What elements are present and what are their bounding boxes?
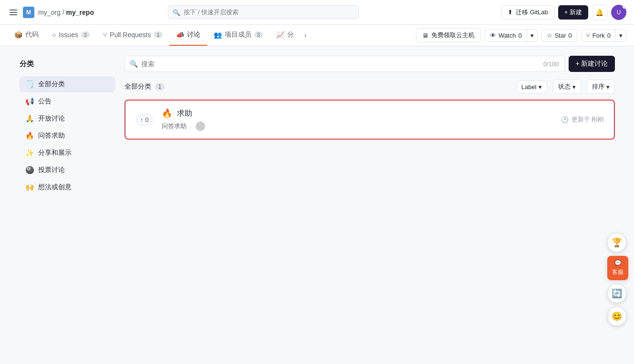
tab-discuss[interactable]: 📣 讨论 bbox=[169, 25, 207, 46]
migrate-label: 迁移 GitLab bbox=[516, 8, 548, 17]
migrate-icon: ⬆ bbox=[508, 9, 513, 16]
sidebar-item-idea[interactable]: 🙌 想法或创意 bbox=[20, 179, 115, 195]
sidebar-item-open[interactable]: 🙏 开放讨论 bbox=[20, 111, 115, 127]
notification-icon: 🔔 bbox=[595, 9, 603, 16]
discussion-main: 🔥 求助 问答求助 · bbox=[162, 108, 553, 131]
org-avatar[interactable]: M bbox=[23, 7, 34, 18]
discuss-emoji: 📣 bbox=[176, 31, 184, 39]
star-count: 0 bbox=[569, 32, 572, 39]
category-name: 全部分类 bbox=[125, 82, 151, 91]
hamburger-icon[interactable] bbox=[8, 8, 19, 17]
notification-button[interactable]: 🔔 bbox=[592, 5, 607, 20]
content-search-wrap: 🔍 0/100 bbox=[125, 56, 565, 72]
category-bar: 全部分类 1 Label ▾ 状态 ▾ 排序 ▾ bbox=[125, 80, 615, 94]
fork-dropdown[interactable]: ▾ bbox=[615, 30, 626, 41]
sidebar-item-help[interactable]: 🔥 问答求助 bbox=[20, 128, 115, 144]
new-button-label: + 新建 bbox=[564, 8, 582, 17]
label-filter-chevron: ▾ bbox=[539, 83, 542, 91]
search-count: 0/100 bbox=[543, 61, 565, 68]
watch-count: 0 bbox=[518, 32, 521, 39]
all-label: 全部分类 bbox=[38, 80, 65, 89]
sort-filter-chevron: ▾ bbox=[606, 83, 610, 91]
watch-button[interactable]: 👁 Watch 0 ▾ bbox=[485, 29, 538, 42]
sidebar-item-poll[interactable]: 🎱 投票讨论 bbox=[20, 162, 115, 178]
sidebar-item-all[interactable]: 🗒️ 全部分类 bbox=[20, 76, 115, 92]
free-host-button[interactable]: 🖥 免费领取云主机 bbox=[416, 28, 481, 42]
navbar-search-input[interactable] bbox=[168, 5, 359, 19]
navbar-search: 🔍 bbox=[168, 5, 359, 19]
category-bar-left: 全部分类 1 bbox=[125, 82, 165, 91]
discussion-item[interactable]: ↑ 0 🔥 求助 问答求助 · 🕐 bbox=[125, 100, 615, 140]
navbar-right: ⬆ 迁移 GitLab + 新建 🔔 U bbox=[501, 5, 626, 20]
user-avatar[interactable]: U bbox=[611, 5, 626, 20]
tab-more[interactable]: › bbox=[301, 26, 311, 45]
help-emoji: 🔥 bbox=[25, 131, 34, 140]
discussion-right: 🕐 更新于 刚刚 bbox=[561, 115, 604, 124]
content-search-icon: 🔍 bbox=[130, 60, 138, 68]
fork-count: 0 bbox=[607, 32, 611, 39]
star-icon: ☆ bbox=[547, 32, 552, 39]
fork-button[interactable]: ⑂ Fork 0 ▾ bbox=[581, 29, 626, 42]
tab-members[interactable]: 👥 项目成员 3 bbox=[207, 25, 270, 46]
migrate-button[interactable]: ⬆ 迁移 GitLab bbox=[501, 5, 554, 20]
status-filter-label: 状态 bbox=[558, 82, 571, 91]
watch-dropdown[interactable]: ▾ bbox=[527, 30, 537, 41]
stats-emoji: 📈 bbox=[276, 31, 284, 39]
breadcrumb-org[interactable]: my_org bbox=[38, 9, 61, 16]
label-filter-button[interactable]: Label ▾ bbox=[516, 81, 547, 93]
announcement-label: 公告 bbox=[38, 97, 52, 106]
subnav-left: 📦 代码 ○ Issues 2 ⑂ Pull Requests 1 📣 讨论 👥… bbox=[8, 25, 416, 46]
watch-icon: 👁 bbox=[490, 32, 496, 39]
subnav: 📦 代码 ○ Issues 2 ⑂ Pull Requests 1 📣 讨论 👥… bbox=[0, 25, 634, 46]
main-content: 🔍 0/100 + 新建讨论 全部分类 1 Label ▾ 状态 bbox=[125, 56, 615, 196]
vote-button[interactable]: ↑ 0 bbox=[136, 114, 153, 126]
discussion-title-row: 🔥 求助 bbox=[162, 108, 553, 119]
fork-icon: ⑂ bbox=[586, 32, 590, 39]
discussion-title: 求助 bbox=[177, 109, 192, 119]
free-host-label: 免费领取云主机 bbox=[431, 31, 475, 40]
tab-issues[interactable]: ○ Issues 2 bbox=[45, 25, 96, 45]
open-label: 开放讨论 bbox=[38, 114, 65, 123]
avatar-dot bbox=[623, 5, 626, 9]
pr-icon: ⑂ bbox=[103, 31, 107, 39]
status-filter-button[interactable]: 状态 ▾ bbox=[553, 80, 581, 94]
content-search-input[interactable] bbox=[125, 56, 543, 71]
code-emoji: 📦 bbox=[14, 31, 22, 39]
tab-code[interactable]: 📦 代码 bbox=[8, 25, 45, 46]
new-discussion-label: + 新建讨论 bbox=[575, 60, 608, 68]
category-count: 1 bbox=[155, 83, 165, 91]
watch-main[interactable]: 👁 Watch 0 bbox=[485, 30, 527, 41]
status-filter-chevron: ▾ bbox=[572, 83, 576, 91]
sidebar: 分类 🗒️ 全部分类 📢 公告 🙏 开放讨论 🔥 问答求助 ✨ 分享和展示 🎱 … bbox=[20, 56, 115, 196]
open-emoji: 🙏 bbox=[25, 114, 34, 123]
all-emoji: 🗒️ bbox=[25, 80, 34, 89]
sidebar-item-share[interactable]: ✨ 分享和展示 bbox=[20, 145, 115, 161]
fork-main[interactable]: ⑂ Fork 0 bbox=[582, 30, 615, 41]
help-label: 问答求助 bbox=[38, 131, 65, 140]
sidebar-item-announcement[interactable]: 📢 公告 bbox=[20, 93, 115, 110]
new-button[interactable]: + 新建 bbox=[558, 5, 588, 20]
members-badge: 3 bbox=[254, 31, 263, 38]
meta-dot: · bbox=[190, 123, 192, 130]
idea-emoji: 🙌 bbox=[25, 183, 34, 192]
poll-label: 投票讨论 bbox=[38, 166, 65, 174]
content-search-bar: 🔍 0/100 + 新建讨论 bbox=[125, 56, 615, 72]
pr-badge: 1 bbox=[154, 31, 162, 38]
discussion-list: ↑ 0 🔥 求助 问答求助 · 🕐 bbox=[125, 100, 615, 140]
poll-emoji: 🎱 bbox=[25, 166, 34, 174]
breadcrumb: my_org / my_repo bbox=[38, 9, 94, 16]
star-main[interactable]: ☆ Star 0 bbox=[542, 30, 577, 41]
watch-label: Watch bbox=[499, 32, 516, 39]
sort-filter-button[interactable]: 排序 ▾ bbox=[587, 80, 615, 94]
star-button[interactable]: ☆ Star 0 bbox=[541, 29, 577, 42]
new-discussion-button[interactable]: + 新建讨论 bbox=[569, 56, 614, 72]
share-emoji: ✨ bbox=[25, 149, 34, 157]
tab-stats[interactable]: 📈 分 bbox=[270, 25, 301, 46]
breadcrumb-repo[interactable]: my_repo bbox=[66, 9, 94, 16]
update-label: 更新于 刚刚 bbox=[572, 115, 604, 124]
vote-count: 0 bbox=[145, 116, 148, 123]
idea-label: 想法或创意 bbox=[38, 183, 72, 192]
discussion-category: 问答求助 bbox=[162, 122, 187, 131]
label-filter-label: Label bbox=[521, 83, 537, 91]
tab-pullrequests[interactable]: ⑂ Pull Requests 1 bbox=[96, 25, 169, 45]
